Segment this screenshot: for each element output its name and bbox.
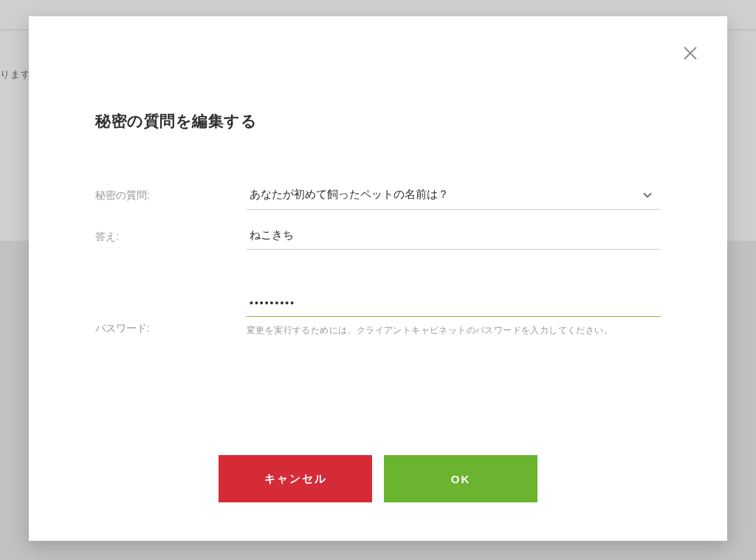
password-label: パスワード: [95, 293, 247, 335]
answer-row: 答え: [95, 225, 661, 250]
ok-button[interactable]: OK [384, 455, 537, 502]
question-select[interactable]: あなたが初めて飼ったペットの名前は？ [247, 183, 661, 210]
close-button[interactable] [681, 44, 699, 62]
edit-secret-question-modal: 秘密の質問を編集する 秘密の質問: あなたが初めて飼ったペットの名前は？ 答え: [29, 16, 727, 541]
password-input[interactable] [247, 293, 661, 317]
question-label: 秘密の質問: [95, 183, 247, 202]
question-select-value: あなたが初めて飼ったペットの名前は？ [250, 188, 449, 200]
cancel-button[interactable]: キャンセル [219, 455, 372, 502]
answer-label: 答え: [95, 225, 247, 244]
modal-buttons: キャンセル OK [29, 455, 727, 502]
password-hint: 変更を実行するためには、クライアントキャビネットのパスワードを入力してください。 [247, 324, 661, 337]
answer-input[interactable] [247, 225, 661, 250]
chevron-down-icon [640, 188, 655, 205]
question-row: 秘密の質問: あなたが初めて飼ったペットの名前は？ [95, 183, 661, 210]
password-row: パスワード: 変更を実行するためには、クライアントキャビネットのパスワードを入力… [95, 293, 661, 337]
modal-title: 秘密の質問を編集する [95, 111, 661, 132]
close-icon [681, 44, 699, 62]
